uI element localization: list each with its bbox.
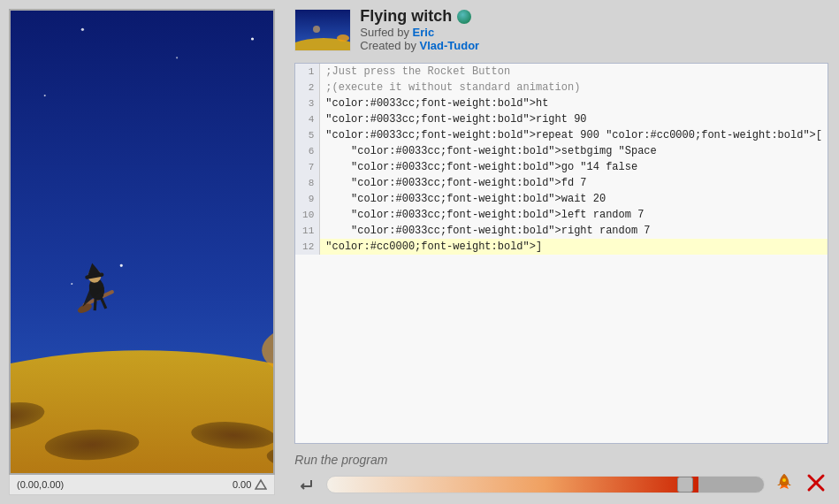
coords-display: (0.00,0.00) <box>17 479 64 490</box>
svg-point-28 <box>44 95 46 96</box>
table-row[interactable]: 6 "color:#0033cc;font-weight:bold">setbg… <box>295 143 828 159</box>
stop-button[interactable] <box>804 472 828 497</box>
line-content: "color:#0033cc;font-weight:bold">left ra… <box>320 207 649 223</box>
line-number: 12 <box>295 239 320 255</box>
line-number: 4 <box>295 111 320 127</box>
run-section: Run the program <box>294 449 828 497</box>
line-content: "color:#0033cc;font-weight:bold">repeat … <box>320 127 828 143</box>
svg-point-24 <box>251 37 254 40</box>
line-content: "color:#0033cc;font-weight:bold">go "14 … <box>320 159 643 175</box>
run-label: Run the program <box>294 453 828 467</box>
svg-marker-29 <box>256 480 266 489</box>
header-info: Flying witch Surfed by Eric Created by V… <box>360 7 479 52</box>
table-row[interactable]: 12"color:#cc0000;font-weight:bold">] <box>295 239 828 255</box>
line-number: 2 <box>295 80 320 95</box>
run-controls <box>294 472 828 497</box>
line-content: "color:#0033cc;font-weight:bold">right 9… <box>320 111 591 127</box>
project-title: Flying witch <box>360 7 479 26</box>
table-row[interactable]: 4"color:#0033cc;font-weight:bold">right … <box>295 111 828 127</box>
svg-point-32 <box>337 34 349 42</box>
svg-point-23 <box>176 57 178 58</box>
globe-icon <box>457 10 471 24</box>
project-thumbnail <box>294 9 351 51</box>
left-panel: (0.00,0.00) 0.00 <box>0 0 284 504</box>
speed-thumb[interactable] <box>677 477 693 493</box>
line-content: "color:#cc0000;font-weight:bold">] <box>320 239 547 255</box>
surfed-by-user-link[interactable]: Eric <box>413 26 435 39</box>
table-row[interactable]: 1;Just press the Rocket Button <box>295 64 828 80</box>
table-row[interactable]: 7 "color:#0033cc;font-weight:bold">go "1… <box>295 159 828 175</box>
line-content: "color:#0033cc;font-weight:bold">right r… <box>320 223 655 239</box>
close-icon <box>805 472 827 493</box>
canvas-bottom-bar: (0.00,0.00) 0.00 <box>9 475 275 495</box>
line-number: 8 <box>295 175 320 191</box>
created-by-user-link[interactable]: Vlad-Tudor <box>420 39 480 52</box>
table-row[interactable]: 3"color:#0033cc;font-weight:bold">ht <box>295 95 828 111</box>
created-by: Created by Vlad-Tudor <box>360 39 479 52</box>
surfed-by: Surfed by Eric <box>360 26 479 39</box>
table-row[interactable]: 5"color:#0033cc;font-weight:bold">repeat… <box>295 127 828 143</box>
enter-icon <box>297 475 317 494</box>
line-number: 6 <box>295 143 320 159</box>
scene-svg <box>11 11 273 473</box>
line-content: "color:#0033cc;font-weight:bold">setbgim… <box>320 143 661 159</box>
canvas-area <box>9 9 275 475</box>
line-number: 7 <box>295 159 320 175</box>
table-row[interactable]: 9 "color:#0033cc;font-weight:bold">wait … <box>295 191 828 207</box>
table-row[interactable]: 2;(execute it without standard animation… <box>295 80 828 95</box>
rocket-button[interactable] <box>772 472 797 497</box>
angle-display: 0.00 <box>233 479 251 490</box>
line-content: "color:#0033cc;font-weight:bold">wait 20 <box>320 191 611 207</box>
line-number: 3 <box>295 95 320 111</box>
angle-icon <box>255 478 267 491</box>
header-section: Flying witch Surfed by Eric Created by V… <box>294 7 828 57</box>
line-content: ;(execute it without standard animation) <box>320 80 585 95</box>
svg-point-1 <box>11 350 273 473</box>
line-number: 10 <box>295 207 320 223</box>
table-row[interactable]: 10 "color:#0033cc;font-weight:bold">left… <box>295 207 828 223</box>
line-number: 5 <box>295 127 320 143</box>
line-content: "color:#0033cc;font-weight:bold">fd 7 <box>320 175 591 191</box>
table-row[interactable]: 11 "color:#0033cc;font-weight:bold">righ… <box>295 223 828 239</box>
rocket-icon <box>774 472 795 493</box>
speed-slider[interactable] <box>326 476 765 493</box>
svg-point-33 <box>313 26 320 33</box>
line-number: 11 <box>295 223 320 239</box>
line-number: 9 <box>295 191 320 207</box>
line-number: 1 <box>295 64 320 80</box>
table-row[interactable]: 8 "color:#0033cc;font-weight:bold">fd 7 <box>295 175 828 191</box>
right-panel: Flying witch Surfed by Eric Created by V… <box>284 0 839 504</box>
svg-point-22 <box>81 28 84 31</box>
line-content: ;Just press the Rocket Button <box>320 64 515 80</box>
line-content: "color:#0033cc;font-weight:bold">ht <box>320 95 553 111</box>
svg-point-34 <box>782 478 786 482</box>
enter-button[interactable] <box>294 472 319 497</box>
code-editor[interactable]: 1;Just press the Rocket Button2;(execute… <box>294 63 828 444</box>
